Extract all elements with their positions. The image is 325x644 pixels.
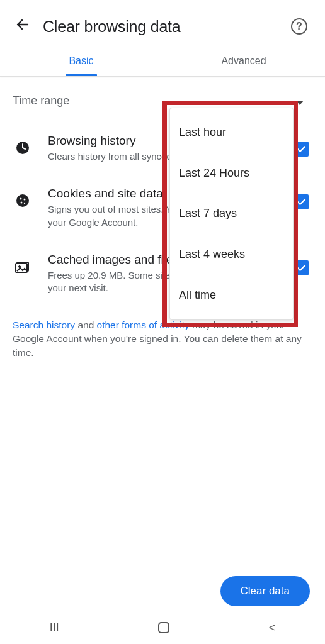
dropdown-item[interactable]: Last hour [170,118,293,147]
link-search-history[interactable]: Search history [13,319,75,330]
cookie-icon [13,187,38,208]
dropdown-menu: Last hour Last 24 Hours Last 7 days Last… [169,108,294,320]
tab-basic[interactable]: Basic [0,45,162,76]
clear-data-button[interactable]: Clear data [220,576,310,606]
tab-advanced-label: Advanced [221,55,266,67]
image-icon [13,253,38,274]
svg-point-2 [20,198,22,200]
dropdown-item[interactable]: Last 7 days [170,199,293,228]
tab-indicator [66,74,97,76]
tab-basic-label: Basic [69,55,93,67]
nav-home-icon[interactable] [158,622,169,633]
page-title: Clear browsing data [43,18,291,36]
app-header: Clear browsing data ? [0,0,325,45]
action-bar: Clear data [220,576,310,606]
svg-point-1 [16,194,29,207]
clock-icon [13,134,38,155]
tab-advanced[interactable]: Advanced [162,45,325,76]
dropdown-item[interactable]: All time [170,281,293,309]
svg-point-3 [24,199,26,201]
nav-recents-icon[interactable]: III [50,621,59,635]
dropdown-item[interactable]: Last 24 Hours [170,159,293,187]
help-icon[interactable]: ? [291,18,307,35]
footnote-text: and [75,319,96,330]
back-icon[interactable] [13,17,43,36]
android-navbar: III < [0,611,325,644]
time-range-dropdown: Last hour Last 24 Hours Last 7 days Last… [162,101,298,327]
tabs: Basic Advanced [0,45,325,77]
dropdown-item[interactable]: Last 4 weeks [170,240,293,269]
svg-point-4 [21,202,23,204]
svg-point-5 [24,203,25,204]
nav-back-icon[interactable]: < [269,621,276,635]
